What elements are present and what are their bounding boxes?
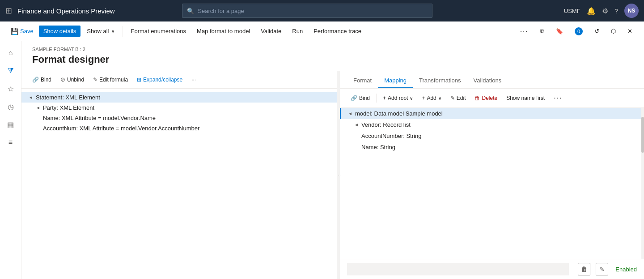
expand-icon: ⊞ bbox=[137, 77, 141, 83]
mapping-arrow-1: ◄ bbox=[348, 111, 352, 116]
show-name-first-button[interactable]: Show name first bbox=[503, 93, 548, 103]
close-icon[interactable]: ✕ bbox=[623, 26, 637, 37]
mapping-label-4: Name: String bbox=[361, 144, 395, 150]
main-content: ⌂ ⧩ ☆ ◷ ▦ ≡ SAMPLE FORMAT B : 2 Format d… bbox=[0, 41, 644, 279]
sidebar-list-icon[interactable]: ≡ bbox=[3, 134, 19, 150]
add-dropdown-icon: ∨ bbox=[438, 96, 441, 101]
sidebar-star-icon[interactable]: ☆ bbox=[3, 81, 19, 97]
puzzle-icon[interactable]: ⧉ bbox=[536, 26, 549, 37]
scrollbar-thumb[interactable] bbox=[641, 117, 644, 153]
edit-bottom-button[interactable]: ✎ bbox=[596, 263, 608, 275]
tree-item[interactable]: ◄ Party: XML Element bbox=[21, 103, 337, 113]
tree-item[interactable]: Name: XML Attribute = model.Vendor.Name bbox=[21, 113, 337, 123]
tree-item-label-2: Party: XML Element bbox=[43, 104, 94, 111]
share-icon[interactable]: ⬡ bbox=[606, 26, 620, 37]
mapping-item[interactable]: Name: String bbox=[340, 142, 641, 153]
tree-item-label-3: Name: XML Attribute = model.Vendor.Name bbox=[43, 115, 156, 121]
mapping-item[interactable]: ◄ model: Data model Sample model bbox=[340, 108, 641, 119]
bell-icon[interactable]: 🔔 bbox=[587, 7, 596, 15]
edit-pencil-icon: ✎ bbox=[450, 95, 455, 101]
mapping-tree-container: ◄ model: Data model Sample model ◄ Vendo… bbox=[340, 108, 644, 259]
show-details-button[interactable]: Show details bbox=[39, 26, 81, 37]
add-button[interactable]: + Add ∨ bbox=[418, 93, 445, 103]
add-plus-icon: + bbox=[422, 95, 425, 101]
gear-icon[interactable]: ⚙ bbox=[602, 7, 608, 15]
mapping-item[interactable]: AccountNumber: String bbox=[340, 130, 641, 142]
tree-view: ◄ Statement: XML Element ◄ Party: XML El… bbox=[21, 89, 337, 279]
mapping-item[interactable]: ◄ Vendor: Record list bbox=[340, 119, 641, 130]
mapping-sep-1 bbox=[376, 94, 377, 103]
add-root-dropdown-icon: ∨ bbox=[410, 96, 413, 101]
bookmark-icon[interactable]: 🔖 bbox=[551, 26, 568, 37]
validate-button[interactable]: Validate bbox=[256, 26, 286, 37]
delete-bottom-button[interactable]: 🗑 bbox=[578, 263, 590, 275]
panel-toolbar: 🔗 Bind ⊘ Unbind ✎ Edit formula ⊞ Expand/… bbox=[21, 71, 337, 89]
edit-button[interactable]: ✎ Edit bbox=[447, 93, 470, 103]
perf-trace-button[interactable]: Performance trace bbox=[309, 26, 366, 37]
search-input[interactable] bbox=[198, 8, 428, 14]
help-icon[interactable]: ? bbox=[614, 7, 618, 15]
trash-bottom-icon: 🗑 bbox=[581, 266, 587, 273]
show-all-button[interactable]: Show all ∨ bbox=[82, 26, 119, 37]
bind-button[interactable]: 🔗 Bind bbox=[29, 75, 55, 85]
tree-arrow-1: ◄ bbox=[29, 95, 33, 100]
refresh-icon[interactable]: ↺ bbox=[590, 26, 604, 37]
mapping-label-1: model: Data model Sample model bbox=[355, 110, 443, 117]
search-box: 🔍 bbox=[182, 4, 432, 18]
sidebar-filter-icon[interactable]: ⧩ bbox=[3, 63, 19, 79]
tree-arrow-2: ◄ bbox=[36, 105, 40, 110]
right-scrollbar[interactable] bbox=[641, 108, 644, 259]
tab-transformations[interactable]: Transformations bbox=[413, 73, 467, 88]
mapping-label-2: Vendor: Record list bbox=[361, 121, 411, 128]
app-title: Finance and Operations Preview bbox=[17, 7, 115, 15]
toolbar-divider-1 bbox=[123, 26, 123, 37]
panel-more-button[interactable]: ··· bbox=[188, 75, 199, 85]
trash-icon: 🗑 bbox=[475, 95, 480, 101]
page-header: SAMPLE FORMAT B : 2 Format designer bbox=[21, 41, 644, 71]
add-root-button[interactable]: + Add root ∨ bbox=[379, 93, 416, 103]
toolbar-more-icon[interactable]: ··· bbox=[516, 25, 533, 38]
sidebar-home-icon[interactable]: ⌂ bbox=[3, 45, 19, 61]
toolbar: 💾 Save Show details Show all ∨ Format en… bbox=[0, 21, 644, 41]
tree-item-label-4: AccountNum: XML Attribute = model.Vendor… bbox=[43, 125, 199, 132]
pencil-icon: ✎ bbox=[93, 77, 97, 83]
expand-button[interactable]: ⊞ Expand/collapse bbox=[133, 75, 186, 85]
mapping-toolbar: 🔗 Bind + Add root ∨ + Add ∨ bbox=[340, 89, 644, 108]
save-button[interactable]: 💾 Save bbox=[7, 26, 37, 37]
unbind-button[interactable]: ⊘ Unbind bbox=[57, 74, 88, 85]
mapping-bind-button[interactable]: 🔗 Bind bbox=[347, 93, 373, 103]
tab-validations[interactable]: Validations bbox=[467, 73, 508, 88]
mapping-tree: ◄ model: Data model Sample model ◄ Vendo… bbox=[340, 108, 641, 259]
left-panel: 🔗 Bind ⊘ Unbind ✎ Edit formula ⊞ Expand/… bbox=[21, 71, 337, 279]
run-button[interactable]: Run bbox=[288, 26, 307, 37]
delete-button[interactable]: 🗑 Delete bbox=[471, 93, 501, 103]
breadcrumb: SAMPLE FORMAT B : 2 bbox=[32, 47, 633, 52]
tab-mapping[interactable]: Mapping bbox=[378, 73, 413, 88]
right-panel: Format Mapping Transformations Validatio… bbox=[340, 71, 644, 279]
page-content: SAMPLE FORMAT B : 2 Format designer 🔗 Bi… bbox=[21, 41, 644, 279]
tab-format[interactable]: Format bbox=[347, 73, 378, 88]
sidebar-clock-icon[interactable]: ◷ bbox=[3, 99, 19, 115]
format-enumerations-button[interactable]: Format enumerations bbox=[127, 26, 191, 37]
tree-item[interactable]: AccountNum: XML Attribute = model.Vendor… bbox=[21, 123, 337, 133]
badge-icon[interactable]: 0 bbox=[570, 25, 587, 38]
top-nav: ⊞ Finance and Operations Preview 🔍 USMF … bbox=[0, 0, 644, 21]
tree-item[interactable]: ◄ Statement: XML Element bbox=[21, 92, 337, 103]
sidebar-table-icon[interactable]: ▦ bbox=[3, 116, 19, 133]
add-root-plus-icon: + bbox=[383, 95, 386, 101]
mapping-more-button[interactable]: ··· bbox=[550, 92, 566, 104]
edit-formula-button[interactable]: ✎ Edit formula bbox=[89, 75, 131, 85]
status-badge: Enabled bbox=[615, 266, 637, 273]
show-all-dropdown-arrow: ∨ bbox=[111, 29, 114, 34]
link-icon: 🔗 bbox=[32, 77, 39, 83]
avatar[interactable]: NS bbox=[624, 4, 639, 18]
left-sidebar: ⌂ ⧩ ☆ ◷ ▦ ≡ bbox=[0, 41, 21, 279]
tabs: Format Mapping Transformations Validatio… bbox=[340, 71, 644, 89]
mapping-arrow-2: ◄ bbox=[354, 122, 359, 127]
app-grid-icon[interactable]: ⊞ bbox=[5, 6, 12, 16]
edit-bottom-icon: ✎ bbox=[599, 266, 605, 273]
editor-area: 🔗 Bind ⊘ Unbind ✎ Edit formula ⊞ Expand/… bbox=[21, 71, 644, 279]
save-icon: 💾 bbox=[11, 28, 18, 35]
page-title: Format designer bbox=[32, 54, 633, 65]
map-format-button[interactable]: Map format to model bbox=[192, 26, 254, 37]
